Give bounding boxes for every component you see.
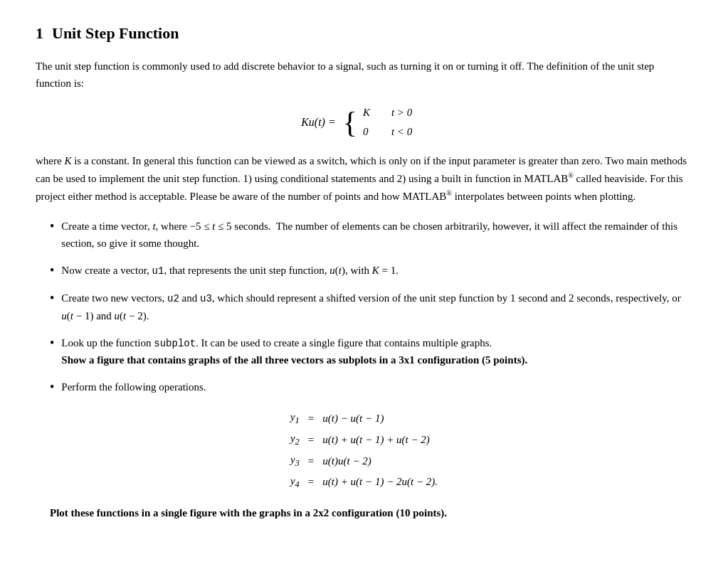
eq-equals-2: = bbox=[308, 432, 314, 448]
bullet-content-2: Now create a vector, u1, that represents… bbox=[61, 262, 692, 279]
bullet-item-2: • Now create a vector, u1, that represen… bbox=[50, 262, 692, 280]
eq-rhs-3: u(t)u(t − 2) bbox=[322, 453, 438, 469]
final-instruction: Plot these functions in a single figure … bbox=[50, 505, 692, 521]
section-number: 1 bbox=[36, 21, 43, 45]
eq-rhs-4: u(t) + u(t − 1) − 2u(t − 2). bbox=[322, 474, 438, 490]
bullet-item-1: • Create a time vector, t, where −5 ≤ t … bbox=[50, 218, 692, 252]
case-cond-2: t < 0 bbox=[391, 124, 427, 140]
eq-equals-1: = bbox=[308, 410, 314, 427]
eq-lhs-3: y3 bbox=[290, 452, 300, 470]
equations-table: y1 = u(t) − u(t − 1) y2 = u(t) + u(t − 1… bbox=[290, 409, 438, 491]
eq-rhs-2: u(t) + u(t − 1) + u(t − 2) bbox=[322, 432, 438, 448]
bullet-dot-4: • bbox=[50, 334, 54, 352]
cases-table: K t > 0 0 t < 0 bbox=[363, 105, 427, 139]
eq-lhs-4: y4 bbox=[290, 473, 300, 491]
eq-equals-4: = bbox=[308, 474, 314, 490]
equations-block: y1 = u(t) − u(t − 1) y2 = u(t) + u(t − 1… bbox=[36, 409, 692, 491]
bullet-dot-2: • bbox=[50, 262, 54, 280]
case-cond-1: t > 0 bbox=[391, 105, 427, 121]
eq-lhs-2: y2 bbox=[290, 430, 300, 449]
brace-left: { bbox=[343, 107, 357, 137]
intro-paragraph: The unit step function is commonly used … bbox=[36, 58, 692, 92]
eq-rhs-1: u(t) − u(t − 1) bbox=[322, 410, 438, 427]
bullet-item-4: • Look up the function subplot. It can b… bbox=[50, 334, 692, 368]
description-block: where K is a constant. In general this f… bbox=[36, 152, 692, 205]
case-val-1: K bbox=[363, 105, 377, 121]
case-row-2: 0 t < 0 bbox=[363, 124, 427, 140]
bullet-content-3: Create two new vectors, u2 and u3, which… bbox=[61, 289, 692, 324]
bullet-content-5: Perform the following operations. bbox=[61, 378, 692, 395]
eq-lhs-1: y1 bbox=[290, 409, 300, 427]
bullet-list: • Create a time vector, t, where −5 ≤ t … bbox=[50, 218, 692, 396]
title-text: Unit Step Function bbox=[52, 21, 179, 45]
bullet-dot-3: • bbox=[50, 289, 54, 307]
page-title: 1 Unit Step Function bbox=[36, 21, 692, 45]
bullet-dot-5: • bbox=[50, 378, 54, 396]
bullet-item-3: • Create two new vectors, u2 and u3, whi… bbox=[50, 289, 692, 324]
bullet-dot-1: • bbox=[50, 218, 54, 235]
bullet-content-4: Look up the function subplot. It can be … bbox=[61, 334, 692, 368]
case-val-2: 0 bbox=[363, 124, 377, 140]
formula-block: Ku(t) = { K t > 0 0 t < 0 bbox=[36, 105, 692, 139]
eq-equals-3: = bbox=[308, 453, 314, 469]
formula-lhs: Ku(t) = bbox=[301, 114, 336, 131]
bullet-bold-text-4: Show a figure that contains graphs of th… bbox=[61, 354, 527, 366]
case-row-1: K t > 0 bbox=[363, 105, 427, 121]
bullet-item-5: • Perform the following operations. bbox=[50, 378, 692, 396]
bullet-content-1: Create a time vector, t, where −5 ≤ t ≤ … bbox=[61, 218, 692, 252]
